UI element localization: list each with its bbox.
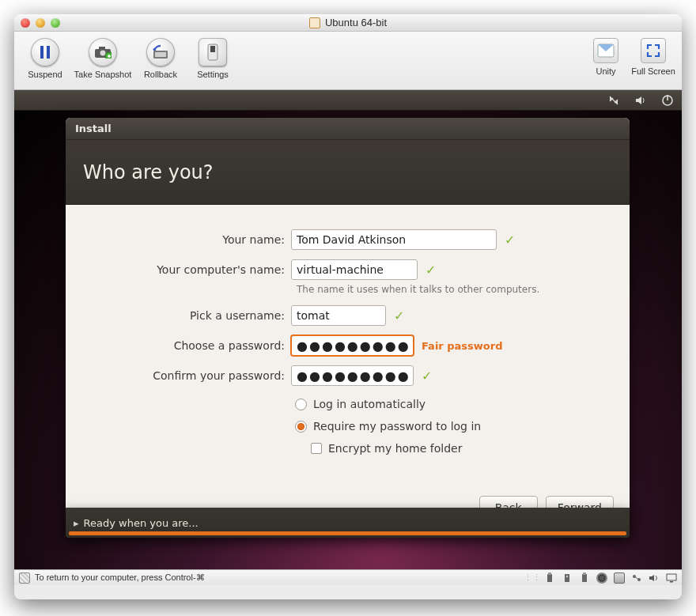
status-hint: To return to your computer, press Contro… xyxy=(35,573,205,583)
svg-rect-7 xyxy=(155,52,166,57)
radio-icon xyxy=(295,421,307,433)
bluetooth-icon[interactable]: ⋮⋮ xyxy=(527,573,538,584)
computer-name-help: The name it uses when it talks to other … xyxy=(297,284,630,295)
grab-handle-icon xyxy=(19,573,30,584)
unity-label: Unity xyxy=(596,66,615,76)
name-label: Your name: xyxy=(66,233,291,246)
unity-button[interactable]: Unity xyxy=(582,35,630,88)
checkmark-icon: ✓ xyxy=(426,263,436,278)
cd-icon[interactable] xyxy=(596,573,607,584)
username-input[interactable] xyxy=(291,305,386,326)
network-icon[interactable] xyxy=(607,94,620,107)
svg-point-4 xyxy=(100,51,106,56)
take-snapshot-button[interactable]: Take Snapshot xyxy=(71,35,134,88)
svg-rect-21 xyxy=(667,574,676,580)
computer-name-input[interactable] xyxy=(291,259,418,280)
auto-login-label: Log in automatically xyxy=(313,398,426,410)
svg-rect-9 xyxy=(210,46,215,52)
usb-icon[interactable] xyxy=(579,573,590,584)
unity-icon xyxy=(593,38,618,63)
encrypt-checkbox[interactable]: Encrypt my home folder xyxy=(311,437,630,459)
settings-label: Settings xyxy=(197,70,229,79)
close-button[interactable] xyxy=(21,18,30,28)
svg-rect-14 xyxy=(548,573,551,575)
fullscreen-button[interactable]: Full Screen xyxy=(630,35,677,88)
password-label: Choose a password: xyxy=(66,339,291,352)
suspend-label: Suspend xyxy=(28,70,62,79)
svg-rect-0 xyxy=(40,46,44,59)
usb-icon[interactable] xyxy=(544,573,555,584)
network-status-icon[interactable] xyxy=(631,573,642,584)
svg-rect-12 xyxy=(667,95,668,100)
guest-display: Install Who are you? Your name: ✓ Your c… xyxy=(14,90,682,569)
computer-label: Your computer's name: xyxy=(66,263,291,276)
username-label: Pick a username: xyxy=(66,309,291,322)
disclosure-triangle-icon: ▸ xyxy=(74,517,79,529)
radio-icon xyxy=(295,399,307,410)
require-password-radio[interactable]: Require my password to log in xyxy=(295,415,630,437)
confirm-label: Confirm your password: xyxy=(66,369,291,382)
svg-rect-22 xyxy=(670,581,673,583)
sound-status-icon[interactable] xyxy=(649,573,660,584)
camera-icon xyxy=(89,38,117,66)
installer-window: Install Who are you? Your name: ✓ Your c… xyxy=(66,118,630,535)
volume-icon[interactable] xyxy=(634,94,647,107)
ready-text: Ready when you are... xyxy=(84,517,199,529)
rollback-icon xyxy=(146,38,175,66)
encrypt-label: Encrypt my home folder xyxy=(328,442,462,455)
settings-icon xyxy=(199,38,227,66)
svg-rect-18 xyxy=(583,573,586,575)
checkmark-icon: ✓ xyxy=(394,308,404,323)
zoom-button[interactable] xyxy=(51,18,60,28)
svg-point-16 xyxy=(566,575,569,577)
checkmark-icon: ✓ xyxy=(505,232,515,248)
progress-bar xyxy=(69,531,626,535)
svg-rect-13 xyxy=(547,574,552,582)
form-area: Your name: ✓ Your computer's name: ✓ The… xyxy=(66,205,630,459)
checkmark-icon: ✓ xyxy=(422,368,432,384)
installer-title-text: Install xyxy=(75,123,112,134)
installer-heading: Who are you? xyxy=(66,140,630,205)
svg-point-5 xyxy=(105,52,112,59)
svg-rect-17 xyxy=(582,574,587,582)
checkbox-icon xyxy=(311,443,322,454)
confirm-password-input[interactable] xyxy=(291,365,414,386)
svg-rect-15 xyxy=(565,574,569,582)
fullscreen-icon xyxy=(641,38,666,63)
password-strength: Fair password xyxy=(422,340,503,352)
suspend-button[interactable]: Suspend xyxy=(19,35,71,88)
installer-titlebar[interactable]: Install xyxy=(66,118,630,140)
pause-icon xyxy=(31,38,59,66)
name-input[interactable] xyxy=(291,229,497,250)
password-input[interactable] xyxy=(291,335,414,356)
svg-rect-3 xyxy=(99,47,105,50)
rollback-label: Rollback xyxy=(144,70,177,79)
power-icon[interactable] xyxy=(661,94,674,107)
settings-button[interactable]: Settings xyxy=(187,35,239,88)
svg-rect-1 xyxy=(47,46,50,59)
ready-bar[interactable]: ▸ Ready when you are... xyxy=(66,508,630,538)
window-icon xyxy=(309,17,320,28)
snapshot-label: Take Snapshot xyxy=(74,70,132,79)
window-title: Ubuntu 64-bit xyxy=(325,17,387,28)
vmware-statusbar: To return to your computer, press Contro… xyxy=(14,569,682,585)
auto-login-radio[interactable]: Log in automatically xyxy=(295,393,630,415)
usb-icon[interactable] xyxy=(562,573,573,584)
display-status-icon[interactable] xyxy=(666,573,677,584)
ubuntu-menu-bar xyxy=(14,90,682,111)
hdd-icon[interactable] xyxy=(614,573,625,584)
mac-titlebar: Ubuntu 64-bit xyxy=(14,14,682,32)
fullscreen-label: Full Screen xyxy=(631,66,675,76)
vmware-toolbar: Suspend Take Snapshot Rollback Settings xyxy=(14,32,682,90)
require-password-label: Require my password to log in xyxy=(313,420,481,433)
rollback-button[interactable]: Rollback xyxy=(134,35,187,88)
minimize-button[interactable] xyxy=(36,18,45,28)
